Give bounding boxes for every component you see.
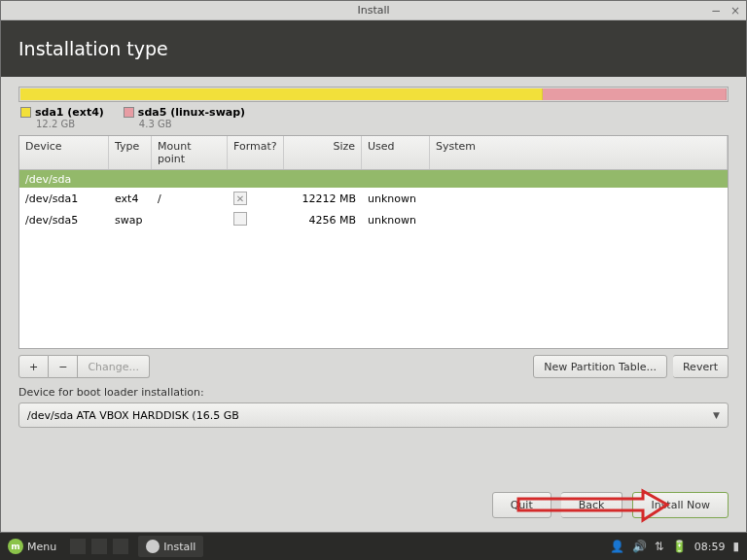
quit-button[interactable]: Quit bbox=[492, 492, 551, 518]
revert-button[interactable]: Revert bbox=[673, 355, 729, 378]
col-format[interactable]: Format? bbox=[228, 136, 284, 169]
window-title: Install bbox=[357, 4, 389, 17]
show-desktop-icon[interactable] bbox=[70, 539, 86, 554]
chevron-down-icon: ▼ bbox=[713, 410, 720, 420]
cell-device: /dev/sda5 bbox=[19, 211, 109, 229]
cell-device: /dev/sda1 bbox=[19, 190, 109, 208]
table-device-row[interactable]: /dev/sda bbox=[19, 170, 728, 188]
user-icon[interactable]: 👤 bbox=[610, 540, 624, 553]
menu-label: Menu bbox=[27, 541, 56, 553]
remove-partition-button[interactable]: − bbox=[49, 355, 78, 378]
quick-launch bbox=[64, 539, 134, 554]
col-system[interactable]: System bbox=[430, 136, 728, 169]
col-type[interactable]: Type bbox=[109, 136, 152, 169]
col-used[interactable]: Used bbox=[362, 136, 430, 169]
col-device[interactable]: Device bbox=[19, 136, 109, 169]
legend-swatch-icon bbox=[124, 107, 134, 118]
back-button[interactable]: Back bbox=[561, 492, 623, 518]
close-icon[interactable]: × bbox=[729, 4, 742, 18]
legend-size: 12.2 GB bbox=[36, 119, 104, 129]
install-now-button[interactable]: Install Now bbox=[632, 492, 729, 518]
cell-format[interactable] bbox=[228, 209, 284, 231]
page-header: Installation type bbox=[1, 20, 746, 77]
add-partition-button[interactable]: + bbox=[18, 355, 49, 378]
bootloader-device-select[interactable]: /dev/sda ATA VBOX HARDDISK (16.5 GB ▼ bbox=[18, 402, 729, 428]
cell-type: swap bbox=[109, 211, 152, 229]
menu-button[interactable]: m Menu bbox=[0, 533, 64, 560]
bootloader-label: Device for boot loader installation: bbox=[18, 386, 729, 399]
usage-segment-sda1 bbox=[20, 88, 543, 100]
cell-used: unknown bbox=[362, 211, 430, 229]
cell-type: ext4 bbox=[109, 190, 152, 208]
terminal-icon[interactable] bbox=[91, 539, 107, 554]
partition-legend: sda1 (ext4) 12.2 GB sda5 (linux-swap) 4.… bbox=[18, 106, 729, 129]
installer-window: Install − × Installation type sda1 (ext4… bbox=[0, 0, 747, 533]
task-label: Install bbox=[163, 541, 196, 553]
cell-size: 12212 MB bbox=[284, 190, 362, 208]
cell-system bbox=[430, 217, 728, 223]
table-row[interactable]: /dev/sda5 swap 4256 MB unknown bbox=[19, 209, 728, 230]
legend-label: sda1 (ext4) bbox=[35, 106, 104, 119]
cell-size: 4256 MB bbox=[284, 211, 362, 229]
network-icon[interactable]: ⇅ bbox=[655, 540, 664, 553]
taskbar: m Menu Install 👤 🔊 ⇅ 🔋 08:59 ▮ bbox=[0, 533, 747, 560]
table-header-row: Device Type Mount point Format? Size Use… bbox=[19, 136, 728, 170]
battery-icon[interactable]: 🔋 bbox=[672, 540, 687, 553]
partition-table: Device Type Mount point Format? Size Use… bbox=[18, 135, 729, 349]
cell-system bbox=[430, 195, 728, 201]
new-partition-table-button[interactable]: New Partition Table... bbox=[533, 355, 667, 378]
table-row[interactable]: /dev/sda1 ext4 / ✕ 12212 MB unknown bbox=[19, 188, 728, 209]
titlebar: Install − × bbox=[1, 1, 746, 20]
page-title: Installation type bbox=[18, 38, 168, 59]
legend-label: sda5 (linux-swap) bbox=[138, 106, 245, 119]
cell-mount: / bbox=[152, 190, 228, 208]
cell-used: unknown bbox=[362, 190, 430, 208]
col-mount[interactable]: Mount point bbox=[152, 136, 228, 169]
disk-usage-bar bbox=[18, 87, 729, 102]
minimize-icon[interactable]: − bbox=[709, 4, 723, 18]
cell-mount bbox=[152, 217, 228, 223]
usage-segment-sda5 bbox=[543, 88, 727, 100]
bootloader-device-value: /dev/sda ATA VBOX HARDDISK (16.5 GB bbox=[27, 409, 239, 422]
legend-swatch-icon bbox=[20, 107, 31, 118]
device-label: /dev/sda bbox=[19, 170, 77, 189]
clock[interactable]: 08:59 bbox=[694, 541, 726, 553]
volume-icon[interactable]: 🔊 bbox=[632, 540, 647, 553]
mint-logo-icon: m bbox=[8, 539, 23, 554]
col-size[interactable]: Size bbox=[284, 136, 362, 169]
taskbar-task-install[interactable]: Install bbox=[138, 536, 203, 557]
legend-size: 4.3 GB bbox=[139, 119, 245, 129]
files-icon[interactable] bbox=[113, 539, 128, 554]
task-app-icon bbox=[146, 540, 160, 553]
cell-format[interactable]: ✕ bbox=[228, 189, 284, 208]
tray-toggle-icon[interactable]: ▮ bbox=[732, 540, 739, 553]
change-partition-button[interactable]: Change... bbox=[78, 355, 150, 378]
